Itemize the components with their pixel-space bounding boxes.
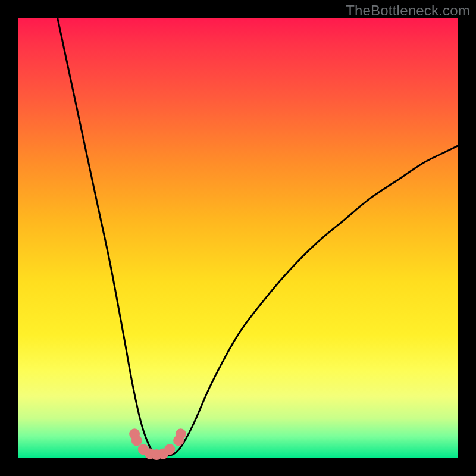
chart-plot-area <box>18 18 458 458</box>
curve-marker <box>131 435 142 446</box>
watermark-text: TheBottleneck.com <box>346 2 470 19</box>
marker-group <box>129 428 186 460</box>
curve-marker <box>176 428 186 439</box>
chart-svg <box>18 18 458 458</box>
bottleneck-curve-line <box>58 18 458 456</box>
curve-marker <box>164 444 175 455</box>
